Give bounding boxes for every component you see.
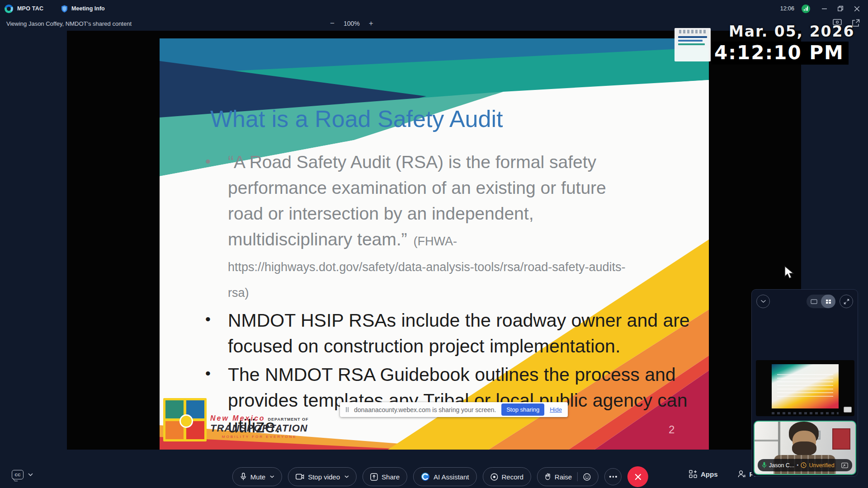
slide-bullet-1: “A Road Safety Audit (RSA) is the formal… [203, 150, 640, 304]
captions-control[interactable]: CC [12, 470, 33, 479]
mouse-cursor [783, 266, 795, 279]
mini-toolbar [772, 412, 839, 414]
participants-icon [738, 470, 746, 478]
closed-captions-icon[interactable]: CC [12, 470, 24, 479]
apps-button[interactable]: Apps [689, 470, 718, 478]
separator-dot: • [797, 462, 798, 469]
raise-hand-button[interactable]: Raise [537, 467, 599, 486]
restore-button[interactable] [834, 3, 847, 14]
nmdot-logo: New MexicoDEPARTMENT OF TRANSPORTATION M… [163, 398, 299, 445]
minimize-button[interactable] [817, 3, 831, 14]
zoom-in-button[interactable]: + [369, 19, 373, 28]
red-picture-frame [832, 428, 850, 450]
mute-button[interactable]: Mute [232, 467, 282, 486]
unverified-label: Unverified [809, 462, 834, 469]
viewing-status-text: Viewing Jason Coffey, NMDOT's shared con… [6, 20, 132, 27]
ellipsis-icon [609, 476, 617, 478]
slide-page-number: 2 [669, 423, 675, 436]
hide-banner-link[interactable]: Hide [550, 406, 562, 413]
slide-bullet-list: “A Road Safety Audit (RSA) is the formal… [203, 150, 700, 439]
apps-grid-icon [689, 470, 697, 478]
speaker-name: Jason C... [769, 462, 794, 469]
county-logo [675, 28, 711, 61]
mini-slide-preview [772, 364, 839, 408]
pause-icon [346, 407, 349, 412]
connection-quality-icon[interactable] [802, 5, 810, 13]
screen-share-thumbnail[interactable] [756, 360, 854, 416]
chevron-down-icon[interactable] [28, 473, 33, 476]
record-icon [490, 473, 498, 481]
window-titlebar: MPO TAC Meeting Info 12:06 [0, 0, 868, 17]
zoom-controls: − 100% + [330, 19, 373, 28]
leave-x-icon [635, 474, 642, 480]
reactions-smiley-icon[interactable] [583, 473, 591, 481]
video-thumbnails-panel: Jason C... • Unverified [751, 289, 858, 477]
slide-title: What is a Road Safety Audit [210, 105, 503, 132]
zoom-out-button[interactable]: − [330, 19, 335, 28]
more-options-button[interactable] [604, 468, 622, 485]
unverified-badge-icon [801, 462, 807, 468]
stop-video-button[interactable]: Stop video [288, 467, 357, 486]
chevron-down-icon [344, 475, 349, 478]
speaker-person [792, 441, 816, 456]
shield-icon [61, 5, 68, 13]
share-button[interactable]: Share [363, 467, 407, 486]
webex-logo-icon [5, 5, 13, 13]
stop-sharing-button[interactable]: Stop sharing [501, 404, 544, 416]
microphone-icon [240, 473, 247, 481]
meeting-title: MPO TAC [17, 5, 43, 12]
nmdot-brand-tagline: MOBILITY FOR EVERYONE [210, 435, 308, 439]
speaker-name-badge: Jason C... • Unverified [758, 459, 852, 471]
nmdot-brand-top: New Mexico [210, 414, 265, 422]
share-screen-icon [370, 473, 378, 481]
nmdot-brand-dept: DEPARTMENT OF [268, 417, 309, 422]
meeting-info-label: Meeting Info [71, 5, 105, 12]
meeting-clock: 12:06 [780, 5, 794, 12]
share-banner-message: donaanacounty.webex.com is sharing your … [354, 406, 496, 413]
layout-toggle[interactable] [807, 295, 835, 308]
meeting-controls: Mute Stop video Share AI Assistant [232, 466, 648, 487]
ai-assistant-button[interactable]: AI Assistant [413, 467, 476, 486]
ai-assistant-icon [421, 472, 430, 481]
window-frame [755, 440, 778, 441]
expand-panel-button[interactable] [840, 295, 853, 308]
browser-share-banner: donaanacounty.webex.com is sharing your … [340, 402, 568, 417]
grid-view-icon[interactable] [821, 295, 835, 308]
zoom-level: 100% [344, 20, 360, 27]
camera-icon [296, 474, 304, 480]
nmdot-zia-symbol [163, 398, 207, 441]
nmdot-brand-main: TRANSPORTATION [210, 422, 308, 434]
mic-on-icon [762, 462, 767, 469]
leave-meeting-button[interactable] [627, 466, 648, 487]
overlay-date: Mar. 05, 2026 [729, 23, 855, 40]
divider [577, 472, 578, 481]
collapse-panel-button[interactable] [756, 295, 770, 308]
slide-bullet-2: NMDOT HSIP RSAs include the roadway owne… [203, 308, 690, 359]
record-button[interactable]: Record [482, 467, 531, 486]
mini-share-icon [844, 407, 852, 413]
meeting-info-button[interactable]: Meeting Info [61, 5, 105, 13]
close-button[interactable] [850, 3, 863, 14]
raise-hand-icon [545, 473, 551, 481]
single-view-icon[interactable] [807, 295, 821, 308]
expand-video-icon[interactable] [841, 463, 848, 468]
chevron-down-icon [270, 475, 274, 478]
overlay-time: 4:12:10 PM [712, 42, 849, 65]
presentation-slide: What is a Road Safety Audit “A Road Safe… [160, 38, 709, 450]
speaker-video-thumbnail[interactable]: Jason C... • Unverified [754, 421, 856, 475]
